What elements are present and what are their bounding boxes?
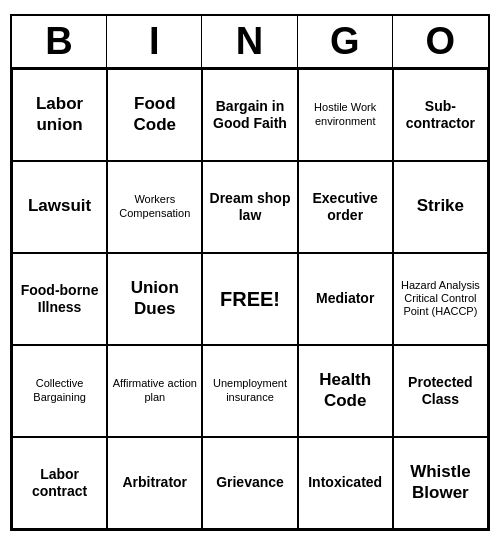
- bingo-cell-24: Whistle Blower: [393, 437, 488, 529]
- bingo-cell-4: Sub-contractor: [393, 69, 488, 161]
- bingo-cell-8: Executive order: [298, 161, 393, 253]
- bingo-cell-15: Collective Bargaining: [12, 345, 107, 437]
- bingo-cell-6: Workers Compensation: [107, 161, 202, 253]
- bingo-cell-12: FREE!: [202, 253, 297, 345]
- bingo-cell-19: Protected Class: [393, 345, 488, 437]
- bingo-cell-7: Dream shop law: [202, 161, 297, 253]
- bingo-cell-23: Intoxicated: [298, 437, 393, 529]
- bingo-cell-13: Mediator: [298, 253, 393, 345]
- bingo-cell-5: Lawsuit: [12, 161, 107, 253]
- bingo-cell-0: Labor union: [12, 69, 107, 161]
- bingo-cell-21: Arbitrator: [107, 437, 202, 529]
- bingo-header: BINGO: [12, 16, 488, 69]
- bingo-letter-n: N: [202, 16, 297, 67]
- bingo-letter-o: O: [393, 16, 488, 67]
- bingo-cell-11: Union Dues: [107, 253, 202, 345]
- bingo-card: BINGO Labor unionFood CodeBargain in Goo…: [10, 14, 490, 531]
- bingo-cell-9: Strike: [393, 161, 488, 253]
- bingo-letter-b: B: [12, 16, 107, 67]
- bingo-cell-18: Health Code: [298, 345, 393, 437]
- bingo-cell-2: Bargain in Good Faith: [202, 69, 297, 161]
- bingo-cell-22: Grievance: [202, 437, 297, 529]
- bingo-cell-20: Labor contract: [12, 437, 107, 529]
- bingo-cell-1: Food Code: [107, 69, 202, 161]
- bingo-letter-i: I: [107, 16, 202, 67]
- bingo-grid: Labor unionFood CodeBargain in Good Fait…: [12, 69, 488, 529]
- bingo-letter-g: G: [298, 16, 393, 67]
- bingo-cell-10: Food-borne Illness: [12, 253, 107, 345]
- bingo-cell-17: Unemployment insurance: [202, 345, 297, 437]
- bingo-cell-16: Affirmative action plan: [107, 345, 202, 437]
- bingo-cell-14: Hazard Analysis Critical Control Point (…: [393, 253, 488, 345]
- bingo-cell-3: Hostile Work environment: [298, 69, 393, 161]
